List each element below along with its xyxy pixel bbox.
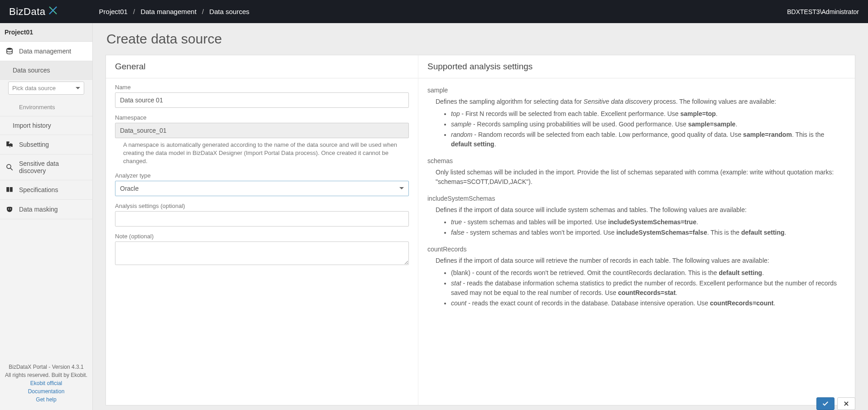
breadcrumb-datasources[interactable]: Data sources — [209, 8, 249, 15]
book-icon — [5, 186, 14, 194]
sidebar-item-label: Environments — [19, 104, 55, 111]
help-desc-include: Defines if the import of data source wil… — [436, 205, 846, 215]
topbar: BizData Project01 / Data management / Da… — [0, 0, 868, 23]
breadcrumb-datamgmt[interactable]: Data management — [140, 8, 196, 15]
svg-point-3 — [8, 208, 9, 209]
sidebar-item-label: Data masking — [19, 206, 58, 213]
sidebar-item-label: Import history — [13, 122, 51, 129]
main: Create data source General Name Namespac… — [93, 23, 868, 410]
sidebar-item-subsetting[interactable]: Subsetting — [0, 135, 92, 154]
help-list-include: true - system schemas and tables will be… — [451, 217, 846, 237]
general-heading: General — [106, 55, 418, 78]
sidebar-item-data-masking[interactable]: Data masking — [0, 200, 92, 219]
footer-version: BizDataX Portal - Version 4.3.1 — [3, 363, 90, 371]
page-title: Create data source — [93, 23, 868, 55]
puzzle-icon — [5, 140, 14, 149]
help-desc-count: Defines if the import of data source wil… — [436, 256, 846, 265]
footer-link-ekobit[interactable]: Ekobit official — [3, 379, 90, 387]
help-desc-sample: Defines the sampling algorithm for selec… — [436, 97, 846, 106]
help-list-sample: top - First N records will be selected f… — [451, 109, 846, 149]
sidebar-item-label: Data sources — [13, 67, 50, 74]
analysis-settings-input[interactable] — [115, 211, 409, 227]
pick-data-source-select[interactable]: Pick data source — [8, 82, 84, 95]
check-icon — [822, 400, 829, 407]
supported-heading: Supported analysis settings — [418, 55, 855, 78]
footer-link-help[interactable]: Get help — [3, 396, 90, 404]
sidebar-item-data-sources[interactable]: Data sources — [0, 61, 92, 80]
analysis-settings-label: Analysis settings (optional) — [115, 203, 409, 209]
help-body[interactable]: sample Defines the sampling algorithm fo… — [418, 78, 855, 405]
sidebar-nav: Data management Data sources Pick data s… — [0, 42, 92, 357]
footer-rights: All rights reserved. Built by Ekobit. — [3, 371, 90, 379]
close-icon — [843, 400, 849, 407]
cancel-button[interactable] — [837, 397, 855, 410]
logo[interactable]: BizData — [9, 5, 58, 19]
name-label: Name — [115, 84, 409, 91]
analyzer-type-select[interactable]: Oracle — [115, 181, 409, 196]
name-input[interactable] — [115, 92, 409, 108]
search-icon — [5, 163, 14, 171]
logo-text: BizData — [9, 6, 46, 18]
general-panel: General Name Namespace A namespace is au… — [106, 55, 418, 405]
note-input[interactable] — [115, 241, 409, 265]
content-card: General Name Namespace A namespace is au… — [106, 55, 855, 405]
project-header: Project01 — [0, 23, 92, 42]
breadcrumb-project[interactable]: Project01 — [99, 8, 128, 15]
chevron-down-icon — [399, 187, 404, 189]
chevron-down-icon — [76, 87, 80, 89]
breadcrumb: Project01 / Data management / Data sourc… — [99, 8, 249, 15]
help-key-sample: sample — [427, 86, 846, 95]
svg-point-1 — [7, 164, 11, 169]
namespace-input — [115, 123, 409, 138]
sidebar-item-data-management[interactable]: Data management — [0, 42, 92, 61]
namespace-label: Namespace — [115, 114, 409, 121]
help-key-count: countRecords — [427, 245, 846, 254]
svg-point-0 — [7, 48, 12, 50]
help-key-include: includeSystemSchemas — [427, 194, 846, 203]
sidebar-item-environments[interactable]: Environments — [0, 98, 92, 116]
mask-icon — [5, 205, 14, 213]
sidebar-item-label: Specifications — [19, 186, 58, 193]
pick-source-placeholder: Pick data source — [12, 85, 56, 92]
sidebar-item-label: Sensitive data discovery — [19, 160, 87, 174]
breadcrumb-sep: / — [133, 8, 135, 15]
breadcrumb-sep: / — [202, 8, 204, 15]
logo-x-icon — [48, 5, 58, 19]
help-key-schemas: schemas — [427, 156, 846, 166]
note-label: Note (optional) — [115, 233, 409, 240]
sidebar-item-label: Data management — [19, 48, 71, 55]
database-icon — [5, 47, 14, 55]
help-desc-schemas: Only listed schemas will be included in … — [436, 168, 846, 187]
footer-link-docs[interactable]: Documentation — [3, 387, 90, 396]
svg-point-4 — [10, 208, 11, 209]
confirm-button[interactable] — [816, 397, 834, 410]
sidebar-item-sensitive-discovery[interactable]: Sensitive data discovery — [0, 154, 92, 180]
sidebar-item-import-history[interactable]: Import history — [0, 116, 92, 135]
sidebar-footer: BizDataX Portal - Version 4.3.1 All righ… — [0, 357, 92, 410]
svg-line-2 — [10, 168, 13, 170]
sidebar-item-specifications[interactable]: Specifications — [0, 180, 92, 200]
supported-panel: Supported analysis settings sample Defin… — [418, 55, 855, 405]
user-label[interactable]: BDXTEST3\Administrator — [787, 8, 859, 15]
analyzer-type-value: Oracle — [120, 185, 139, 192]
namespace-hint: A namespace is automatically generated a… — [115, 141, 409, 166]
sidebar: Project01 Data management Data sources P… — [0, 23, 93, 410]
sidebar-item-label: Subsetting — [19, 141, 49, 148]
analyzer-type-label: Analyzer type — [115, 172, 409, 179]
help-list-count: (blank) - count of the records won't be … — [451, 268, 846, 308]
action-bar — [816, 397, 855, 410]
